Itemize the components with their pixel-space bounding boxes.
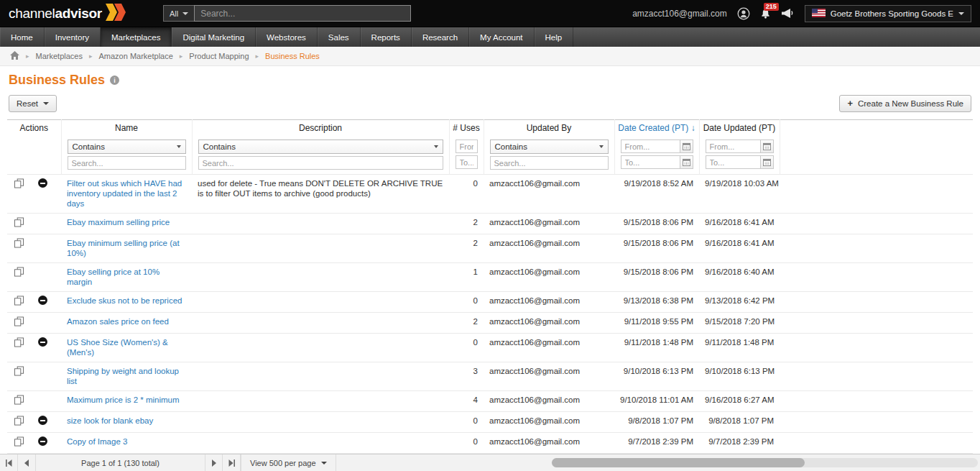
uses-filter-to[interactable]	[456, 155, 478, 169]
column-header-filler	[780, 120, 973, 137]
rule-name-link[interactable]: Copy of Image 3	[67, 437, 127, 446]
next-page-button[interactable]	[205, 454, 223, 471]
nav-item-reports[interactable]: Reports	[361, 27, 412, 47]
nav-item-research[interactable]: Research	[412, 27, 469, 47]
nav-item-sales[interactable]: Sales	[318, 27, 361, 47]
copy-rule-icon[interactable]	[14, 238, 24, 250]
calendar-icon[interactable]	[680, 155, 693, 169]
rule-name-link[interactable]: Ebay selling price at 10% margin	[67, 267, 160, 286]
logo-advisor: advisor	[55, 6, 102, 21]
copy-rule-icon[interactable]	[14, 416, 24, 428]
uses-filter-from[interactable]	[456, 140, 478, 153]
sort-descending-icon: ↓	[691, 123, 695, 133]
column-header-updated-by[interactable]: Updated By	[484, 120, 614, 137]
breadcrumb-amazon-marketplace[interactable]: Amazon Marketplace	[98, 52, 172, 60]
date-created-filter-to[interactable]	[621, 155, 680, 169]
chevron-down-icon	[182, 12, 188, 15]
date-created-filter-from[interactable]	[621, 140, 680, 153]
rule-date-updated: 9/16/2018 6:27 AM	[699, 391, 780, 412]
table-row: Amazon sales price on feed 2 amzacct106@…	[7, 313, 973, 334]
copy-rule-icon[interactable]	[14, 217, 24, 229]
column-header-uses[interactable]: # Uses	[449, 120, 484, 137]
rule-name-link[interactable]: Maximum price is 2 * minimum	[67, 395, 180, 404]
create-button-label: Create a New Business Rule	[858, 99, 963, 108]
rule-name-link[interactable]: Amazon sales price on feed	[67, 317, 169, 326]
column-header-date-created[interactable]: Date Created (PT) ↓	[614, 120, 699, 137]
exclude-rule-icon[interactable]	[38, 436, 47, 446]
notifications-bell-icon[interactable]: 215	[760, 8, 771, 19]
rule-uses-count: 0	[449, 412, 484, 433]
search-scope-dropdown[interactable]: All	[163, 5, 194, 22]
nav-item-home[interactable]: Home	[0, 27, 45, 47]
rule-name-link[interactable]: Exclude skus not to be repriced	[67, 296, 182, 305]
calendar-icon[interactable]	[760, 140, 774, 153]
column-header-description[interactable]: Description	[192, 120, 449, 137]
exclude-rule-icon[interactable]	[38, 416, 47, 425]
name-filter-operator[interactable]: Contains	[68, 140, 186, 154]
account-selector[interactable]: Goetz Brothers Sporting Goods E	[805, 5, 971, 22]
reset-button[interactable]: Reset	[9, 95, 57, 112]
calendar-icon[interactable]	[760, 155, 774, 169]
copy-rule-icon[interactable]	[14, 267, 24, 279]
rule-date-created: 9/10/2018 6:13 PM	[614, 362, 699, 391]
date-updated-filter-to[interactable]	[706, 155, 760, 169]
scrollbar-thumb[interactable]	[552, 458, 805, 467]
nav-item-marketplaces[interactable]: Marketplaces	[101, 27, 172, 47]
rule-date-created: 9/10/2018 11:01 AM	[614, 391, 699, 412]
last-page-button[interactable]	[223, 454, 241, 471]
copy-rule-icon[interactable]	[14, 366, 24, 378]
page-size-dropdown[interactable]: View 500 per page	[241, 454, 336, 471]
announcements-megaphone-icon[interactable]	[781, 8, 795, 19]
updated-by-filter-input[interactable]	[490, 156, 609, 170]
breadcrumb-marketplaces[interactable]: Marketplaces	[36, 52, 83, 60]
copy-rule-icon[interactable]	[14, 436, 24, 449]
column-header-name[interactable]: Name	[61, 120, 192, 137]
rule-name-link[interactable]: US Shoe Size (Women's) & (Men's)	[67, 338, 168, 357]
us-flag-icon	[812, 9, 826, 19]
calendar-icon[interactable]	[680, 140, 693, 153]
exclude-rule-icon[interactable]	[38, 296, 47, 305]
copy-rule-icon[interactable]	[14, 337, 24, 349]
copy-rule-icon[interactable]	[14, 178, 24, 191]
rule-updated-by: amzacct106@gmail.com	[484, 175, 614, 214]
breadcrumb-product-mapping[interactable]: Product Mapping	[189, 52, 249, 60]
prev-page-button[interactable]	[18, 454, 36, 471]
info-icon[interactable]	[110, 76, 119, 85]
rule-description: used for delete - True means DON'T DELET…	[192, 175, 449, 214]
column-header-date-updated[interactable]: Date Updated (PT)	[699, 120, 780, 137]
nav-item-my-account[interactable]: My Account	[469, 27, 534, 47]
updated-by-filter-operator[interactable]: Contains	[490, 140, 609, 154]
nav-item-help[interactable]: Help	[535, 27, 574, 47]
rule-uses-count: 2	[449, 214, 484, 234]
rule-date-created: 9/13/2018 6:38 PM	[614, 292, 699, 313]
horizontal-scrollbar[interactable]	[552, 458, 978, 467]
rule-name-link[interactable]: Ebay minimum selling price (at 10%)	[67, 239, 180, 257]
breadcrumb-separator: ▸	[89, 52, 93, 60]
rule-description	[192, 292, 449, 313]
chevron-down-icon	[321, 462, 327, 465]
create-business-rule-button[interactable]: + Create a New Business Rule	[839, 95, 971, 112]
rule-date-updated: 9/13/2018 6:42 PM	[699, 292, 780, 313]
exclude-rule-icon[interactable]	[38, 337, 47, 347]
copy-rule-icon[interactable]	[14, 395, 24, 407]
nav-item-inventory[interactable]: Inventory	[45, 27, 101, 47]
channeladvisor-logo[interactable]: channeladvisor	[9, 4, 127, 23]
nav-item-webstores[interactable]: Webstores	[256, 27, 318, 47]
date-updated-filter-from[interactable]	[706, 140, 760, 153]
table-row: size look for blank ebay 0 amzacct106@gm…	[7, 412, 973, 433]
description-filter-operator[interactable]: Contains	[198, 140, 443, 154]
user-avatar-icon[interactable]	[737, 7, 750, 20]
nav-item-digital-marketing[interactable]: Digital Marketing	[172, 27, 256, 47]
description-filter-input[interactable]	[198, 156, 443, 170]
copy-rule-icon[interactable]	[14, 316, 24, 329]
name-filter-input[interactable]	[68, 156, 186, 170]
rule-name-link[interactable]: Ebay maximum selling price	[67, 218, 170, 227]
home-icon[interactable]	[10, 51, 19, 61]
exclude-rule-icon[interactable]	[38, 178, 47, 188]
rule-name-link[interactable]: Filter out skus which HAVE had inventory…	[67, 179, 182, 208]
first-page-button[interactable]	[0, 454, 18, 471]
copy-rule-icon[interactable]	[14, 296, 24, 308]
rule-name-link[interactable]: size look for blank ebay	[67, 416, 153, 425]
global-search-input[interactable]	[194, 5, 411, 22]
rule-name-link[interactable]: Shipping by weight and lookup list	[67, 367, 179, 385]
